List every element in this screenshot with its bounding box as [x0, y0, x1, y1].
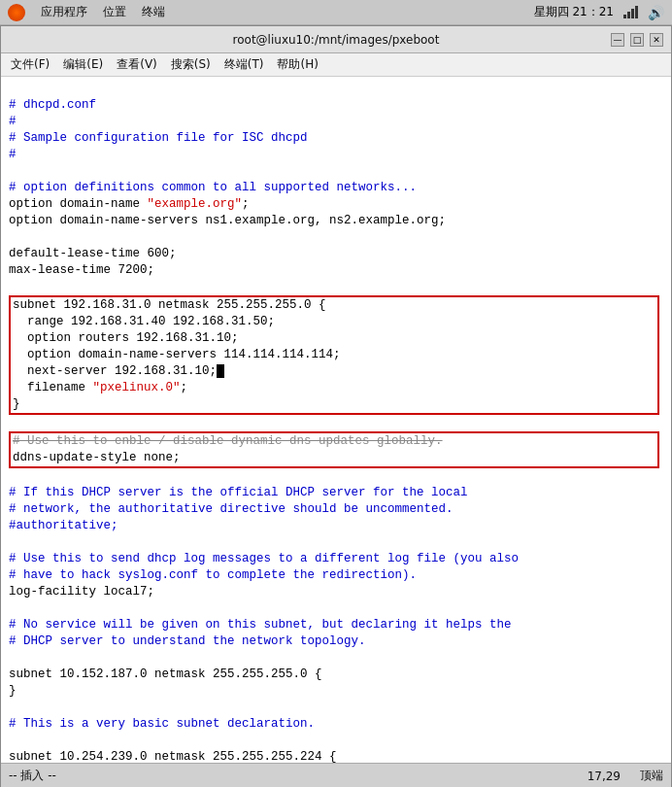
line-22: ddns-update-style none; [9, 450, 659, 468]
menu-help[interactable]: 帮助(H) [271, 54, 323, 75]
term-content: # dhcpd.conf # # Sample configuration fi… [9, 81, 663, 763]
terminal-menu-sys[interactable]: 终端 [142, 4, 165, 20]
terminal-content-area[interactable]: # dhcpd.conf # # Sample configuration fi… [1, 77, 671, 763]
line-40: subnet 10.254.239.0 netmask 255.255.255.… [9, 750, 337, 763]
line-32: # No service will be given on this subne… [9, 618, 512, 632]
status-right: 17,29 顶端 [588, 768, 663, 784]
line-19: } [9, 396, 659, 415]
line-8: option domain-name-servers ns1.example.o… [9, 214, 446, 227]
network-icon [623, 6, 638, 18]
minimize-button[interactable]: — [611, 33, 624, 47]
line-4: # [9, 148, 17, 161]
menu-bar: 文件(F) 编辑(E) 查看(V) 搜索(S) 终端(T) 帮助(H) [1, 53, 671, 77]
line-30: log-facility local7; [9, 585, 154, 599]
line-24: # If this DHCP server is the official DH… [9, 486, 468, 499]
menu-file[interactable]: 文件(F) [5, 54, 55, 75]
maximize-button[interactable]: □ [630, 33, 644, 47]
line-6: # option definitions common to all suppo… [9, 181, 417, 194]
cursor-position: 17,29 [588, 770, 621, 783]
system-bar-right: 星期四 21：21 🔊 [534, 4, 664, 20]
line-14: range 192.168.31.40 192.168.31.50; [9, 314, 659, 330]
line-34 [9, 651, 17, 665]
system-bar-left: 应用程序 位置 终端 [8, 4, 165, 21]
line-29: # have to hack syslog.conf to complete t… [9, 568, 417, 582]
insert-mode-label: -- 插入 -- [9, 768, 56, 784]
line-3: # Sample configuration file for ISC dhcp… [9, 131, 308, 145]
system-bar: 应用程序 位置 终端 星期四 21：21 🔊 [0, 0, 672, 25]
line-11: max-lease-time 7200; [9, 263, 154, 277]
line-7: option domain-name "example.org"; [9, 197, 250, 211]
line-26: #authoritative; [9, 519, 118, 532]
line-2: # [9, 115, 17, 128]
line-5 [9, 164, 17, 178]
line-37 [9, 701, 17, 714]
line-20 [9, 416, 17, 429]
close-button[interactable]: ✕ [650, 33, 663, 47]
line-12 [9, 280, 17, 293]
menu-view[interactable]: 查看(V) [111, 54, 163, 75]
line-9 [9, 230, 17, 244]
position-menu[interactable]: 位置 [103, 4, 126, 20]
line-1: # dhcpd.conf [9, 98, 96, 112]
window-title: root@liuxu10:/mnt/images/pxeboot [233, 33, 440, 47]
menu-search[interactable]: 搜索(S) [165, 54, 217, 75]
menu-terminal[interactable]: 终端(T) [218, 54, 270, 75]
line-28: # Use this to send dhcp log messages to … [9, 552, 519, 565]
line-23 [9, 469, 17, 483]
volume-icon: 🔊 [648, 5, 664, 20]
line-33: # DHCP server to understand the network … [9, 634, 366, 648]
clock: 星期四 21：21 [534, 4, 614, 20]
terminal-window: root@liuxu10:/mnt/images/pxeboot — □ ✕ 文… [0, 25, 672, 787]
line-16: option domain-name-servers 114.114.114.1… [9, 347, 659, 363]
line-35: subnet 10.152.187.0 netmask 255.255.255.… [9, 667, 322, 681]
menu-edit[interactable]: 编辑(E) [57, 54, 109, 75]
line-15: option routers 192.168.31.10; [9, 330, 659, 347]
status-bar: -- 插入 -- 17,29 顶端 [1, 763, 671, 787]
line-17: next-server 192.168.31.10; [9, 363, 659, 380]
line-38: # This is a very basic subnet declaratio… [9, 717, 315, 731]
line-36: } [9, 684, 17, 698]
scroll-position: 顶端 [640, 768, 663, 784]
line-25: # network, the authoritative directive s… [9, 502, 454, 516]
app-icon [8, 4, 25, 21]
line-13: subnet 192.168.31.0 netmask 255.255.255.… [9, 295, 659, 314]
window-titlebar: root@liuxu10:/mnt/images/pxeboot — □ ✕ [1, 26, 671, 53]
line-21: # Use this to enble / disable dynamic dn… [9, 431, 659, 450]
line-27 [9, 535, 17, 549]
line-39 [9, 734, 17, 747]
app-menu[interactable]: 应用程序 [41, 4, 87, 20]
line-31 [9, 601, 17, 615]
line-18: filename "pxelinux.0"; [9, 380, 659, 396]
window-controls: — □ ✕ [611, 33, 663, 47]
line-10: default-lease-time 600; [9, 247, 177, 260]
